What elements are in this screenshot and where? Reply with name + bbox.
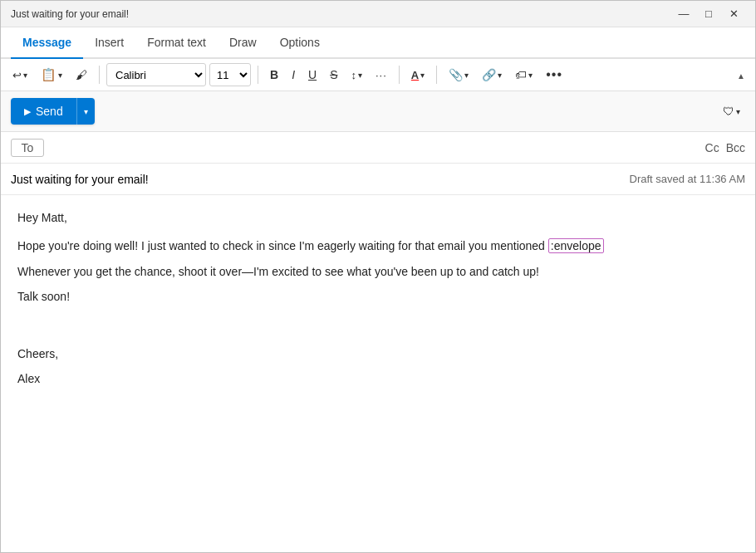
to-label[interactable]: To: [11, 139, 44, 157]
send-dropdown-icon: ▾: [84, 107, 88, 116]
signature-line-2: Alex: [17, 369, 739, 388]
tab-draw[interactable]: Draw: [218, 27, 268, 57]
email-body[interactable]: Hey Matt, Hope you're doing well! I just…: [1, 195, 755, 552]
close-button[interactable]: ✕: [722, 6, 745, 22]
font-color-icon: A: [411, 69, 419, 81]
tab-message[interactable]: Message: [11, 27, 83, 57]
font-size-select[interactable]: 11: [209, 63, 251, 86]
send-right-controls: 🛡 ▾: [718, 99, 745, 124]
collapse-icon: ▲: [737, 71, 745, 81]
window-controls: — □ ✕: [672, 6, 745, 22]
bold-icon: B: [270, 68, 278, 81]
tab-format-text[interactable]: Format text: [135, 27, 218, 57]
strikethrough-button[interactable]: S: [325, 62, 342, 87]
paste-button[interactable]: 📋 ▾: [36, 62, 67, 87]
link-dropdown-icon: ▾: [498, 71, 502, 80]
send-bar: ▶ Send ▾ 🛡 ▾: [1, 91, 755, 132]
body-line-5: [17, 313, 739, 331]
link-icon: 🔗: [482, 68, 496, 81]
body-line-4: Talk soon!: [17, 287, 739, 306]
sensitivity-button[interactable]: 🛡 ▾: [718, 99, 745, 124]
format-paint-icon: 🖌: [76, 68, 87, 81]
bold-button[interactable]: B: [265, 62, 283, 87]
tag-icon: 🏷: [515, 68, 527, 81]
undo-group: ↩ ▾: [7, 62, 32, 87]
to-input[interactable]: [51, 138, 705, 158]
maximize-button[interactable]: □: [697, 6, 720, 22]
format-paint-button[interactable]: 🖌: [71, 62, 92, 87]
collapse-ribbon-button[interactable]: ▲: [734, 65, 749, 85]
send-dropdown-button[interactable]: ▾: [76, 98, 95, 125]
link-button[interactable]: 🔗 ▾: [477, 62, 507, 87]
tab-options[interactable]: Options: [268, 27, 331, 57]
separator-3: [399, 66, 400, 84]
italic-button[interactable]: I: [287, 62, 300, 87]
body-line-2: Hope you're doing well! I just wanted to…: [17, 237, 739, 255]
more-options-button[interactable]: •••: [541, 62, 567, 87]
send-icon: ▶: [24, 106, 31, 117]
underline-icon: U: [308, 68, 317, 81]
attach-button[interactable]: 📎 ▾: [444, 62, 474, 87]
line-spacing-button[interactable]: ↕ ▾: [346, 62, 367, 87]
body-line-3: Whenever you get the chance, shoot it ov…: [17, 262, 739, 281]
greeting-line: Hey Matt,: [17, 208, 739, 227]
cc-bcc-links: Cc Bcc: [705, 141, 745, 154]
italic-icon: I: [292, 68, 295, 81]
bcc-link[interactable]: Bcc: [726, 141, 745, 154]
line-spacing-icon: ↕: [351, 69, 356, 81]
shield-dropdown-icon: ▾: [736, 107, 740, 116]
more-formatting-button[interactable]: ···: [371, 62, 392, 87]
send-button-group: ▶ Send ▾: [11, 98, 95, 125]
font-color-button[interactable]: A ▾: [406, 62, 430, 87]
toolbar: ↩ ▾ 📋 ▾ 🖌 Calibri 11 B I U: [1, 59, 755, 91]
shield-icon: 🛡: [723, 105, 734, 118]
paste-dropdown-icon: ▾: [58, 71, 62, 80]
draft-saved-status: Draft saved at 11:36 AM: [630, 173, 745, 185]
line-spacing-dropdown-icon: ▾: [358, 71, 362, 80]
emoji-code-highlight: :envelope: [548, 238, 604, 253]
more-formatting-icon: ···: [376, 69, 387, 81]
tab-insert[interactable]: Insert: [83, 27, 135, 57]
paste-group: 📋 ▾: [36, 62, 67, 87]
minimize-button[interactable]: —: [672, 6, 695, 22]
email-compose-window: Just waiting for your email! — □ ✕ Messa…: [0, 0, 756, 553]
separator-4: [436, 66, 437, 84]
send-button[interactable]: ▶ Send: [11, 98, 76, 125]
font-family-select[interactable]: Calibri: [106, 63, 206, 86]
title-bar: Just waiting for your email! — □ ✕: [1, 1, 755, 27]
tag-dropdown-icon: ▾: [528, 71, 533, 80]
underline-button[interactable]: U: [303, 62, 322, 87]
tab-bar: Message Insert Format text Draw Options: [1, 27, 755, 59]
send-label: Send: [36, 105, 63, 118]
undo-icon: ↩: [12, 69, 22, 81]
signature-line-1: Cheers,: [17, 345, 739, 363]
to-field-row: To Cc Bcc: [1, 132, 755, 164]
paste-icon: 📋: [41, 67, 56, 82]
strikethrough-icon: S: [330, 68, 337, 81]
signature: Cheers, Alex: [17, 345, 739, 389]
separator-1: [99, 66, 100, 84]
attach-dropdown-icon: ▾: [464, 71, 469, 80]
window-title: Just waiting for your email!: [11, 8, 672, 20]
subject-bar: Draft saved at 11:36 AM: [1, 164, 755, 195]
font-color-dropdown-icon: ▾: [420, 71, 425, 80]
undo-dropdown-icon: ▾: [23, 71, 27, 80]
cc-link[interactable]: Cc: [705, 141, 719, 154]
undo-button[interactable]: ↩ ▾: [7, 62, 32, 87]
separator-2: [258, 66, 258, 84]
tag-button[interactable]: 🏷 ▾: [510, 62, 538, 87]
subject-input[interactable]: [11, 169, 630, 189]
more-options-icon: •••: [546, 67, 562, 82]
attach-icon: 📎: [449, 68, 463, 81]
